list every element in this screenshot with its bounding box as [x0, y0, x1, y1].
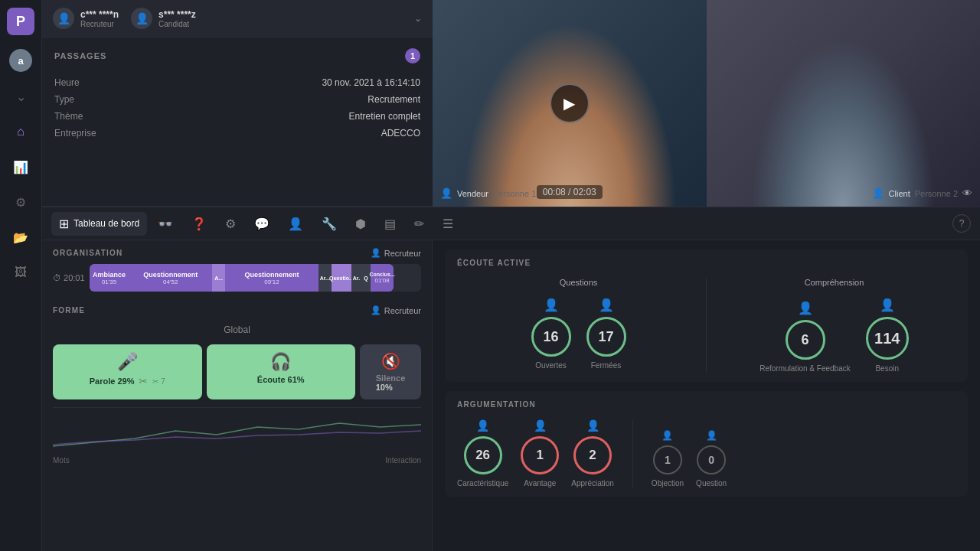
person1-role: Vendeur [457, 189, 488, 198]
besoin-label: Besoin [875, 364, 899, 373]
play-button[interactable]: ▶ [550, 83, 590, 123]
questions-subtitle: Questions [560, 278, 598, 287]
segment-conclus[interactable]: Conclus... 01'08 [371, 264, 394, 292]
user-avatar[interactable]: a [9, 49, 32, 72]
arg-title: ARGUMENTATION [457, 400, 956, 409]
toolbar-item-1[interactable]: 👓 [150, 212, 181, 236]
chart-svg [53, 408, 421, 450]
arg-objection: 👤 1 Objection [652, 430, 684, 487]
arg-appreciation: 👤 2 Appréciation [571, 419, 614, 487]
silence-label: Silence 10% [376, 373, 406, 392]
sidebar: P a ⌄ ⌂ 📊 ⚙ 📂 🖼 [0, 0, 42, 551]
sidebar-icon-image[interactable]: 🖼 [10, 262, 31, 283]
sidebar-icon-home[interactable]: ⌂ [10, 121, 31, 142]
reformulation-item: 👤 6 Reformulation & Feedback [760, 301, 850, 373]
recruiter-info: c*** ****n Recruteur [80, 9, 119, 28]
besoin-item: 👤 114 Besoin [866, 298, 909, 373]
toolbar-item-3[interactable]: ⚙ [217, 212, 243, 236]
recruiter-block: 👤 c*** ****n Recruteur [53, 8, 119, 29]
bottom-area: ORGANISATION 👤 Recruteur ⏱ 20:01 [42, 240, 980, 551]
appreciation-bubble: 2 [573, 436, 612, 474]
left-bottom-panel: ORGANISATION 👤 Recruteur ⏱ 20:01 [42, 240, 433, 551]
recruiter-icon: 👤 [53, 8, 74, 29]
segment-questio[interactable]: Questio... [332, 264, 351, 292]
fermees-person-icon: 👤 [599, 298, 614, 312]
ouvertes-label: Ouvertes [535, 361, 567, 370]
video-timer: 00:08 / 02:03 [537, 185, 603, 199]
forme-recruteur-badge: 👤 Recruteur [371, 305, 421, 315]
reformulation-person-icon: 👤 [798, 301, 813, 315]
toolbar-icon-7: ⬢ [355, 217, 366, 231]
passage-label-type: Type [54, 94, 74, 105]
toolbar-tableau-label: Tableau de bord [74, 218, 139, 229]
global-label: Global [53, 324, 421, 335]
help-button[interactable]: ? [952, 214, 971, 233]
sidebar-icon-gear[interactable]: ⚙ [10, 191, 31, 213]
toolbar-icon-5: 👤 [288, 217, 303, 231]
ouvertes-person-icon: 👤 [544, 298, 559, 312]
caracteristique-person-icon: 👤 [476, 419, 489, 432]
segment-a[interactable]: A... [212, 264, 225, 292]
sidebar-icon-chevron[interactable]: ⌄ [10, 86, 31, 107]
passage-value-theme: Entretien complet [349, 111, 420, 122]
candidate-block: 👤 s*** ****z Candidat [131, 8, 196, 29]
passage-value-heure: 30 nov. 2021 à 16:14:10 [322, 77, 420, 88]
question-bubble: 0 [697, 445, 726, 474]
toolbar-item-4[interactable]: 💬 [247, 212, 277, 236]
toolbar-item-7[interactable]: ⬢ [348, 212, 374, 236]
video-person2: 👤 Client Personne 2 👁 [707, 0, 981, 207]
toolbar-icon-2: ❓ [191, 217, 207, 231]
toolbar-item-10[interactable]: ☰ [435, 212, 461, 236]
reformulation-bubble: 6 [786, 320, 825, 360]
person2-role-icon: 👤 [872, 187, 884, 199]
segment-q[interactable]: Q [361, 264, 371, 292]
timeline-bar: Ambiance 01'35 Questionnement 04'52 A...… [90, 264, 421, 292]
questions-col: Questions 👤 16 Ouvertes 👤 17 Fermées [457, 278, 700, 373]
mute-icon: 🔇 [381, 352, 400, 370]
metrics-row: 🎤 Parole 29% ✂ ✂ 7 🎧 Écoute 61% 🔇 [53, 344, 421, 399]
candidate-info: s*** ****z Candidat [158, 9, 196, 28]
toolbar-icon-8: ▤ [384, 217, 396, 231]
question-label: Question [696, 479, 727, 487]
ouvertes-item: 👤 16 Ouvertes [531, 298, 571, 370]
toolbar-tableau-bord[interactable]: ⊞ Tableau de bord [51, 212, 147, 236]
recruteur-label: Recruteur [384, 249, 421, 258]
avantage-bubble: 1 [521, 436, 559, 474]
forme-recruteur-icon: 👤 [371, 305, 381, 315]
passages-badge: 1 [405, 48, 420, 64]
tableau-bord-icon: ⊞ [59, 217, 69, 231]
sidebar-icon-chart[interactable]: 📊 [10, 156, 31, 178]
toolbar-item-2[interactable]: ❓ [184, 212, 214, 236]
forme-recruteur-label: Recruteur [384, 306, 421, 315]
segment-ar2[interactable]: Ar. [351, 264, 361, 292]
fermees-bubble: 17 [586, 317, 626, 357]
video-person1: ▶ 👤 Vendeur Personne 1 👁 00:08 / 02:03 [433, 0, 707, 207]
arg-question: 👤 0 Question [696, 430, 727, 487]
chart-label-mots: Mots [53, 456, 70, 465]
fermees-label: Fermées [591, 361, 621, 370]
main-content: 👤 c*** ****n Recruteur 👤 s*** ****z Cand… [42, 0, 980, 551]
fermees-item: 👤 17 Fermées [586, 298, 626, 370]
eye-icon-person2[interactable]: 👁 [962, 187, 972, 199]
segment-questionnement-1[interactable]: Questionnement 04'52 [129, 264, 212, 292]
segment-ambiance[interactable]: Ambiance 01'35 [90, 264, 129, 292]
parole-label: Parole 29% [90, 377, 135, 386]
app-logo[interactable]: P [7, 8, 34, 35]
segment-questionnement-2[interactable]: Questionnement 09'12 [225, 264, 318, 292]
sidebar-icon-folder[interactable]: 📂 [10, 227, 31, 248]
toolbar-icon-9: ✏ [414, 217, 424, 231]
ouvertes-bubble: 16 [531, 317, 571, 357]
reformulation-label: Reformulation & Feedback [760, 364, 850, 373]
header-dropdown-icon[interactable]: ⌄ [414, 13, 422, 24]
toolbar-item-6[interactable]: 🔧 [314, 212, 345, 236]
passage-label-theme: Thème [54, 111, 83, 122]
toolbar-item-5[interactable]: 👤 [280, 212, 311, 236]
toolbar-item-9[interactable]: ✏ [407, 212, 432, 236]
person2-role: Client [889, 189, 910, 198]
video-panel: ▶ 👤 Vendeur Personne 1 👁 00:08 / 02:03 👤… [433, 0, 980, 207]
chart-area [53, 407, 421, 453]
question-person-icon: 👤 [706, 430, 717, 441]
caracteristique-label: Caractéristique [457, 479, 508, 487]
comprehension-col: Compréhension 👤 6 Reformulation & Feedba… [713, 278, 956, 373]
toolbar-item-8[interactable]: ▤ [377, 212, 403, 236]
